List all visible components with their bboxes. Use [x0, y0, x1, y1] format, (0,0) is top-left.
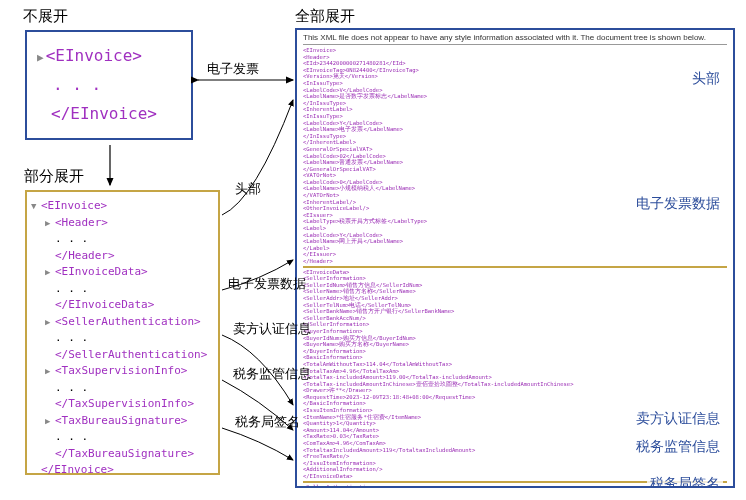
tri-icon[interactable]: ▼	[31, 200, 41, 214]
ellipsis: . . .	[37, 71, 181, 100]
arrow-label-einvoice: 电子发票	[207, 60, 259, 78]
arrow-label-data: 电子发票数据	[228, 275, 306, 293]
open-tag: <EInvoice>	[46, 46, 142, 65]
section-label-header: 头部	[689, 70, 723, 88]
arrow-label-auth: 卖方认证信息	[233, 320, 311, 338]
label-partial: 部分展开	[24, 167, 84, 186]
tri-icon[interactable]: ▶	[45, 217, 55, 231]
tri-icon[interactable]: ▶	[45, 266, 55, 280]
arrow-label-header: 头部	[235, 180, 261, 198]
tri-icon[interactable]: ▶	[45, 316, 55, 330]
tri-icon[interactable]: ▶	[45, 415, 55, 429]
xml-notice: This XML file does not appear to have an…	[303, 33, 727, 45]
section-label-data: 电子发票数据	[633, 195, 723, 213]
label-collapsed: 不展开	[23, 7, 68, 26]
partial-xml-box: ▼<EInvoice> ▶<Header> . . . </Header> ▶<…	[25, 190, 220, 475]
section-label-auth: 卖方认证信息	[633, 410, 723, 428]
tri-icon[interactable]: ▶	[45, 365, 55, 379]
arrow-label-tax: 税务监管信息	[233, 365, 311, 383]
expand-tri-icon[interactable]: ▶	[37, 48, 44, 68]
section-label-tax: 税务监管信息	[633, 438, 723, 456]
collapsed-xml-box: ▶<EInvoice> . . . </EInvoice>	[25, 30, 193, 140]
label-expanded-all: 全部展开	[295, 7, 355, 26]
xml-tree-header: <EInvoice> <Header> <EId>234420000002714…	[303, 47, 727, 265]
close-tag: </EInvoice>	[51, 104, 157, 123]
full-xml-box: This XML file does not appear to have an…	[295, 28, 735, 488]
arrow-label-sig: 税务局签名	[235, 413, 300, 431]
